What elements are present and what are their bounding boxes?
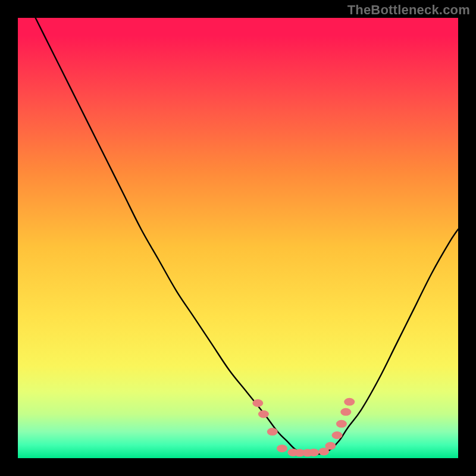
threshold-dot [308, 449, 319, 456]
chart-frame: TheBottleneck.com [0, 0, 476, 476]
threshold-dots-group [252, 398, 355, 457]
threshold-dot [336, 420, 347, 428]
bottleneck-chart-svg [18, 18, 458, 458]
threshold-dot [267, 428, 278, 436]
threshold-dot [277, 444, 287, 452]
plot-area [18, 18, 458, 458]
threshold-dot [258, 411, 269, 418]
bottleneck-curve [18, 18, 458, 454]
threshold-dot [344, 398, 355, 406]
threshold-dot [325, 442, 336, 450]
watermark-text: TheBottleneck.com [347, 2, 470, 18]
threshold-dot [252, 399, 263, 407]
threshold-dot [332, 431, 343, 439]
curve-group [18, 18, 458, 454]
threshold-dot [340, 408, 351, 416]
